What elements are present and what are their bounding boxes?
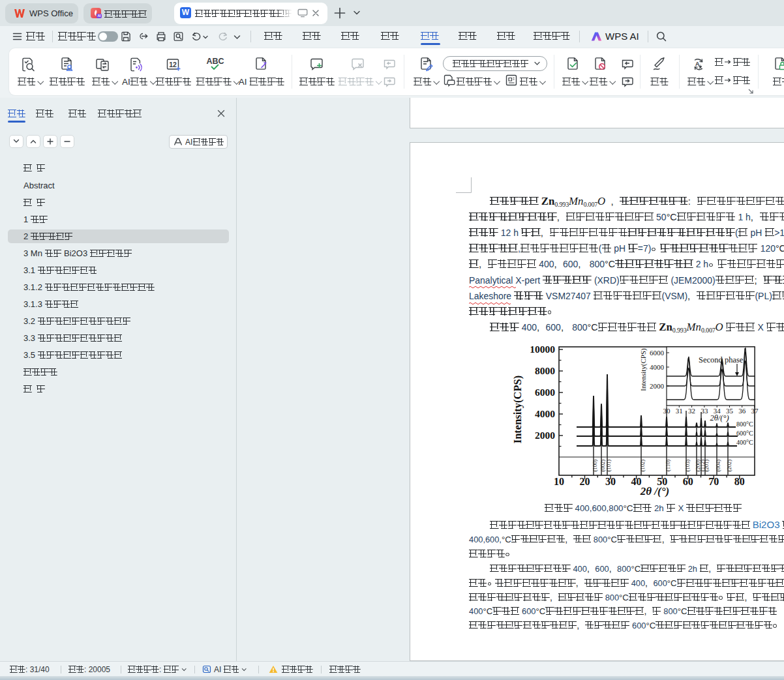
svg-text:600°C: 600°C	[736, 430, 753, 437]
svg-text:(102): (102)	[639, 460, 646, 472]
svg-text:4000: 4000	[650, 363, 665, 371]
svg-text:400°C: 400°C	[736, 439, 753, 446]
svg-text:4000: 4000	[535, 408, 555, 419]
svg-text:(004): (004)	[715, 460, 721, 472]
svg-text:ABC: ABC	[206, 57, 224, 66]
svg-text:Intensity(CPS): Intensity(CPS)	[511, 376, 524, 444]
svg-text:(100): (100)	[592, 460, 598, 472]
svg-text:8000: 8000	[535, 365, 555, 376]
svg-text:(202): (202)	[726, 460, 732, 472]
svg-text:80: 80	[734, 476, 745, 487]
svg-text:70: 70	[708, 476, 719, 487]
svg-text:10000: 10000	[530, 344, 555, 355]
svg-text:2θ /(°): 2θ /(°)	[640, 485, 669, 497]
svg-text:6000: 6000	[650, 349, 665, 357]
svg-text:20: 20	[580, 476, 590, 487]
svg-text:6000: 6000	[535, 387, 555, 398]
svg-text:33: 33	[701, 407, 708, 415]
svg-text:30: 30	[605, 476, 616, 487]
svg-text:(110): (110)	[665, 460, 671, 471]
svg-text:36: 36	[738, 407, 746, 415]
svg-text:2000: 2000	[650, 382, 665, 390]
svg-text:(103): (103)	[684, 460, 691, 472]
svg-text:30: 30	[663, 407, 671, 415]
svg-text:32: 32	[688, 407, 695, 415]
svg-text:Intensity(CPS): Intensity(CPS)	[639, 348, 648, 391]
svg-text:60: 60	[683, 476, 693, 487]
svg-text:2θ/(°): 2θ/(°)	[710, 413, 729, 422]
svg-text:10: 10	[554, 476, 564, 487]
svg-text:37: 37	[751, 407, 759, 415]
svg-text:31: 31	[676, 407, 683, 415]
svg-text:(101): (101)	[605, 460, 612, 472]
svg-text:12: 12	[169, 61, 177, 68]
svg-text:800°C: 800°C	[736, 421, 753, 428]
svg-text:(201): (201)	[703, 460, 710, 472]
svg-text:Second phase: Second phase	[699, 355, 744, 364]
svg-text:2000: 2000	[535, 430, 555, 441]
